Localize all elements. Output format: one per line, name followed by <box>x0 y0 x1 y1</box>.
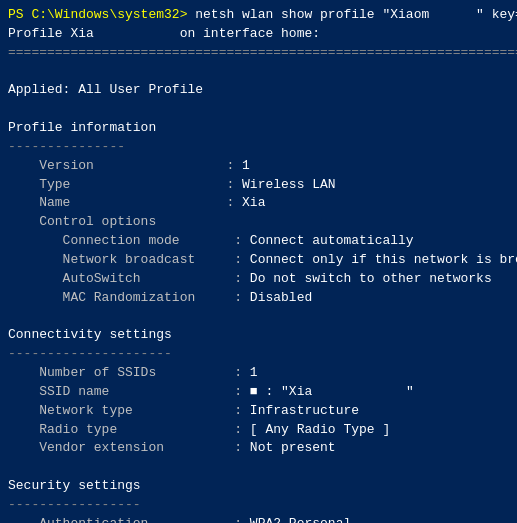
version-val: 1 <box>242 158 250 173</box>
section3-sep: ----------------- <box>8 496 509 515</box>
mac-rand-label: MAC Randomization : <box>8 290 250 305</box>
auth1-label: Authentication : <box>8 516 250 523</box>
control-line: Control options <box>8 213 509 232</box>
section2-sep: --------------------- <box>8 345 509 364</box>
blank-3 <box>8 308 509 327</box>
blank-4 <box>8 458 509 477</box>
separator-1: ========================================… <box>8 44 509 63</box>
applied-line: Applied: All User Profile <box>8 81 509 100</box>
section1-sep: --------------- <box>8 138 509 157</box>
command-text: netsh wlan show profile "Xiaom " key=cle… <box>195 7 517 22</box>
profile-header: Profile Xia on interface home: <box>8 25 509 44</box>
auth1-line: Authentication : WPA2-Personal <box>8 515 509 523</box>
autoswitch-line: AutoSwitch : Do not switch to other netw… <box>8 270 509 289</box>
net-bcast-label: Network broadcast : <box>8 252 250 267</box>
name-val: Xia <box>242 195 265 210</box>
radio-type-val: [ Any Radio Type ] <box>250 422 390 437</box>
net-type-val: Infrastructure <box>250 403 359 418</box>
ssid-name-line: SSID name : ■ : "Xia " <box>8 383 509 402</box>
num-ssids-label: Number of SSIDs : <box>8 365 250 380</box>
num-ssids-val: 1 <box>250 365 258 380</box>
vendor-ext-label: Vendor extension : <box>8 440 250 455</box>
section1-title: Profile information <box>8 119 509 138</box>
num-ssids-line: Number of SSIDs : 1 <box>8 364 509 383</box>
blank-1 <box>8 63 509 82</box>
auth1-val: WPA2-Personal <box>250 516 351 523</box>
conn-mode-val: Connect automatically <box>250 233 414 248</box>
conn-mode-label: Connection mode : <box>8 233 250 248</box>
net-bcast-line: Network broadcast : Connect only if this… <box>8 251 509 270</box>
type-label: Type : <box>8 177 242 192</box>
vendor-ext-val: Not present <box>250 440 336 455</box>
mac-rand-val: Disabled <box>250 290 312 305</box>
vendor-ext-line: Vendor extension : Not present <box>8 439 509 458</box>
name-label: Name : <box>8 195 242 210</box>
prompt: PS C:\Windows\system32> <box>8 7 195 22</box>
section3-title: Security settings <box>8 477 509 496</box>
version-label: Version : <box>8 158 242 173</box>
command-line: PS C:\Windows\system32> netsh wlan show … <box>8 6 509 25</box>
mac-rand-line: MAC Randomization : Disabled <box>8 289 509 308</box>
name-line: Name : Xia <box>8 194 509 213</box>
net-type-line: Network type : Infrastructure <box>8 402 509 421</box>
autoswitch-label: AutoSwitch : <box>8 271 250 286</box>
terminal-window: PS C:\Windows\system32> netsh wlan show … <box>0 0 517 523</box>
autoswitch-val: Do not switch to other networks <box>250 271 492 286</box>
radio-type-label: Radio type : <box>8 422 250 437</box>
control-label: Control options <box>8 214 156 229</box>
ssid-icon: ■ <box>250 384 258 399</box>
radio-type-line: Radio type : [ Any Radio Type ] <box>8 421 509 440</box>
type-val: Wireless LAN <box>242 177 336 192</box>
ssid-name-val: : "Xia " <box>258 384 414 399</box>
ssid-name-label: SSID name : <box>8 384 250 399</box>
version-line: Version : 1 <box>8 157 509 176</box>
type-line: Type : Wireless LAN <box>8 176 509 195</box>
section2-title: Connectivity settings <box>8 326 509 345</box>
blank-2 <box>8 100 509 119</box>
conn-mode-line: Connection mode : Connect automatically <box>8 232 509 251</box>
net-bcast-val: Connect only if this network is broadcas… <box>250 252 517 267</box>
net-type-label: Network type : <box>8 403 250 418</box>
